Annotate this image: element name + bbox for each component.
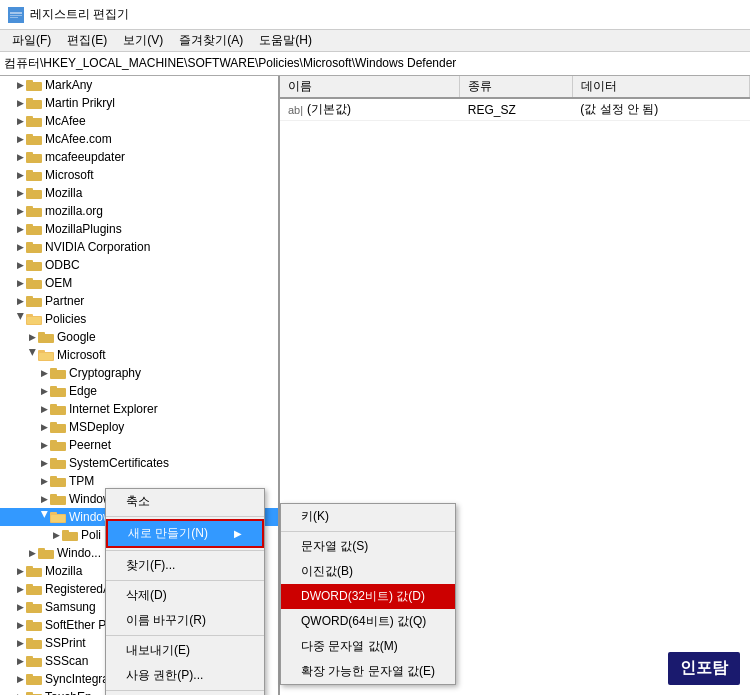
- submenu-dword[interactable]: DWORD(32비트) 값(D): [281, 584, 455, 609]
- context-menu-separator4: [106, 635, 264, 636]
- submenu: 키(K) 문자열 값(S) 이진값(B) DWORD(32비트) 값(D) QW…: [280, 503, 456, 685]
- context-menu-separator: [106, 516, 264, 517]
- context-menu-export[interactable]: 내보내기(E): [106, 638, 264, 663]
- submenu-string[interactable]: 문자열 값(S): [281, 534, 455, 559]
- submenu-multistring[interactable]: 다중 문자열 값(M): [281, 634, 455, 659]
- submenu-binary[interactable]: 이진값(B): [281, 559, 455, 584]
- context-menu: 축소 새로 만들기(N) ▶ 찾기(F)... 삭제(D) 이름 바꾸기(R) …: [105, 488, 265, 695]
- context-menu-separator2: [106, 550, 264, 551]
- submenu-expandable[interactable]: 확장 가능한 문자열 값(E): [281, 659, 455, 684]
- submenu-qword[interactable]: QWORD(64비트) 값(Q): [281, 609, 455, 634]
- submenu-separator1: [281, 531, 455, 532]
- context-menu-overlay: 축소 새로 만들기(N) ▶ 찾기(F)... 삭제(D) 이름 바꾸기(R) …: [0, 0, 750, 695]
- context-menu-separator5: [106, 690, 264, 691]
- context-menu-separator3: [106, 580, 264, 581]
- submenu-key[interactable]: 키(K): [281, 504, 455, 529]
- context-menu-collapse[interactable]: 축소: [106, 489, 264, 514]
- context-menu-delete[interactable]: 삭제(D): [106, 583, 264, 608]
- context-menu-find[interactable]: 찾기(F)...: [106, 553, 264, 578]
- context-menu-permissions[interactable]: 사용 권한(P)...: [106, 663, 264, 688]
- context-menu-rename[interactable]: 이름 바꾸기(R): [106, 608, 264, 633]
- submenu-arrow-icon: ▶: [234, 528, 242, 539]
- context-menu-new[interactable]: 새로 만들기(N) ▶: [106, 519, 264, 548]
- watermark: 인포탐: [668, 652, 740, 685]
